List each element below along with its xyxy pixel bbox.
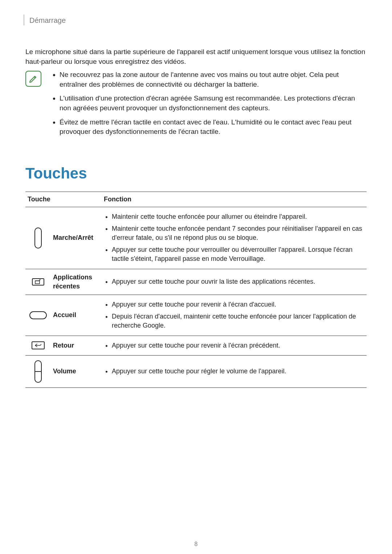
note-item: L'utilisation d'une protection d'écran a… (60, 94, 367, 113)
svg-rect-0 (35, 228, 41, 248)
function-item: Appuyer sur cette touche pour revenir à … (112, 340, 364, 352)
table-row: Volume Appuyer sur cette touche pour rég… (25, 355, 367, 387)
section-heading: Touches (25, 163, 367, 184)
breadcrumb: Démarrage (24, 15, 367, 25)
function-list: Appuyer sur cette touche pour ouvrir la … (104, 276, 364, 288)
key-label: Accueil (51, 295, 102, 336)
function-item: Maintenir cette touche enfoncée pendant … (112, 223, 364, 244)
function-item: Appuyer sur cette touche pour régler le … (112, 365, 364, 377)
note-icon (25, 71, 41, 87)
note-item: Évitez de mettre l'écran tactile en cont… (60, 118, 367, 137)
function-item: Appuyer sur cette touche pour verrouille… (112, 244, 364, 265)
function-list: Appuyer sur cette touche pour revenir à … (104, 299, 364, 332)
table-header-fonction: Fonction (102, 192, 367, 207)
power-button-icon (33, 226, 44, 250)
table-header-touche: Touche (25, 192, 102, 207)
key-label: Volume (51, 355, 102, 387)
keys-table: Touche Fonction Marche/Arrêt Maintenir c… (25, 192, 367, 388)
recent-apps-icon (31, 276, 45, 287)
function-item: Appuyer sur cette touche pour ouvrir la … (112, 276, 364, 288)
svg-rect-2 (35, 281, 40, 284)
function-item: Appuyer sur cette touche pour revenir à … (112, 299, 364, 311)
breadcrumb-text: Démarrage (29, 15, 66, 25)
function-list: Maintenir cette touche enfoncée pour all… (104, 211, 364, 265)
page-number: 8 (25, 540, 367, 548)
table-row: Applications récentes Appuyer sur cette … (25, 269, 367, 295)
function-list: Appuyer sur cette touche pour revenir à … (104, 340, 364, 352)
svg-rect-1 (32, 279, 44, 285)
intro-paragraph: Le microphone situé dans la partie supér… (25, 47, 367, 66)
function-item: Maintenir cette touche enfoncée pour all… (112, 211, 364, 223)
table-row: Accueil Appuyer sur cette touche pour re… (25, 295, 367, 336)
volume-button-icon (33, 359, 44, 384)
note-item: Ne recouvrez pas la zone autour de l'ant… (60, 70, 367, 89)
key-label: Marche/Arrêt (51, 207, 102, 269)
back-button-icon (31, 341, 45, 350)
note-list: Ne recouvrez pas la zone autour de l'ant… (52, 70, 367, 141)
svg-rect-3 (30, 312, 46, 319)
home-button-icon (28, 310, 48, 320)
function-list: Appuyer sur cette touche pour régler le … (104, 365, 364, 377)
table-row: Marche/Arrêt Maintenir cette touche enfo… (25, 207, 367, 269)
key-label: Retour (51, 336, 102, 355)
function-item: Depuis l'écran d'accueil, maintenir cett… (112, 311, 364, 332)
pencil-note-icon (28, 74, 38, 84)
key-label: Applications récentes (51, 269, 102, 295)
note-block: Ne recouvrez pas la zone autour de l'ant… (25, 70, 367, 141)
table-row: Retour Appuyer sur cette touche pour rev… (25, 336, 367, 355)
